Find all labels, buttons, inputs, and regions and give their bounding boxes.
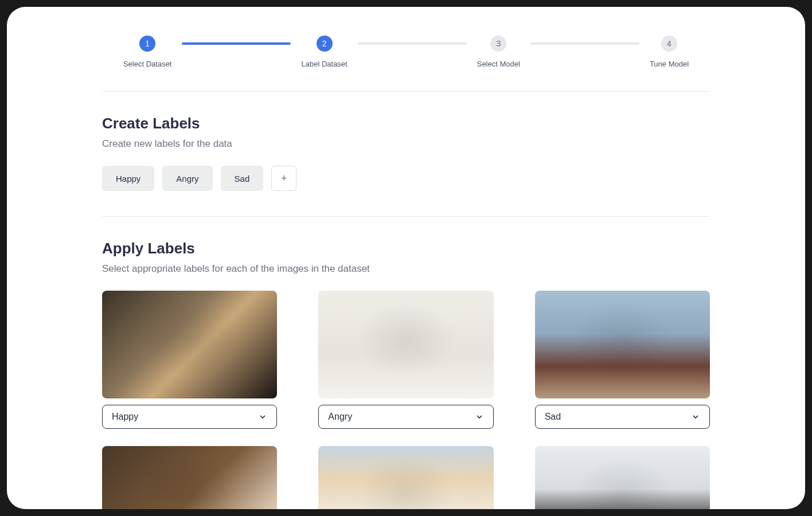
label-chip-angry[interactable]: Angry [162, 166, 212, 191]
step-circle-3: 3 [490, 36, 506, 52]
apply-labels-title: Apply Labels [102, 240, 710, 257]
label-chips-row: Happy Angry Sad + [102, 166, 710, 191]
chevron-down-icon [475, 412, 484, 421]
dataset-image-2 [318, 291, 493, 398]
image-card [535, 446, 710, 509]
section-divider-2 [102, 216, 710, 217]
step-line-1 [182, 42, 291, 45]
step-tune-model[interactable]: 4 Tune Model [650, 36, 689, 68]
step-label-2: Label Dataset [301, 60, 347, 68]
dataset-image-1 [102, 291, 277, 398]
chevron-down-icon [691, 412, 700, 421]
step-circle-4: 4 [661, 36, 677, 52]
plus-icon: + [281, 173, 287, 185]
dataset-image-3 [535, 291, 710, 398]
image-card: Happy [102, 291, 277, 429]
image-card: Angry [318, 291, 493, 429]
step-select-model[interactable]: 3 Select Model [477, 36, 520, 68]
select-value: Happy [112, 412, 138, 422]
create-labels-title: Create Labels [102, 115, 710, 132]
label-chip-sad[interactable]: Sad [221, 166, 264, 191]
image-card [318, 446, 493, 509]
image-card: Sad [535, 291, 710, 429]
progress-stepper: 1 Select Dataset 2 Label Dataset 3 Selec… [102, 36, 710, 68]
step-label-4: Tune Model [650, 60, 689, 68]
step-select-dataset[interactable]: 1 Select Dataset [123, 36, 172, 68]
dataset-image-6 [535, 446, 710, 509]
select-value: Angry [328, 412, 352, 422]
chevron-down-icon [258, 412, 267, 421]
step-circle-1: 1 [139, 36, 155, 52]
dataset-image-4 [102, 446, 277, 509]
step-line-2 [358, 42, 467, 45]
image-grid: Happy Angry Sad [102, 291, 710, 509]
label-chip-happy[interactable]: Happy [102, 166, 154, 191]
label-select-2[interactable]: Angry [318, 405, 493, 429]
step-circle-2: 2 [317, 36, 333, 52]
apply-labels-subtitle: Select appropriate labels for each of th… [102, 263, 710, 275]
section-divider [102, 91, 710, 92]
dataset-image-5 [318, 446, 493, 509]
select-value: Sad [545, 412, 561, 422]
step-label-1: Select Dataset [123, 60, 172, 68]
main-content: 1 Select Dataset 2 Label Dataset 3 Selec… [102, 36, 710, 509]
label-select-3[interactable]: Sad [535, 405, 710, 429]
create-labels-subtitle: Create new labels for the data [102, 138, 710, 150]
image-card [102, 446, 277, 509]
step-label-3: Select Model [477, 60, 520, 68]
step-line-3 [530, 42, 639, 45]
app-window: 1 Select Dataset 2 Label Dataset 3 Selec… [7, 7, 805, 509]
label-select-1[interactable]: Happy [102, 405, 277, 429]
add-label-button[interactable]: + [271, 166, 296, 191]
step-label-dataset[interactable]: 2 Label Dataset [301, 36, 347, 68]
